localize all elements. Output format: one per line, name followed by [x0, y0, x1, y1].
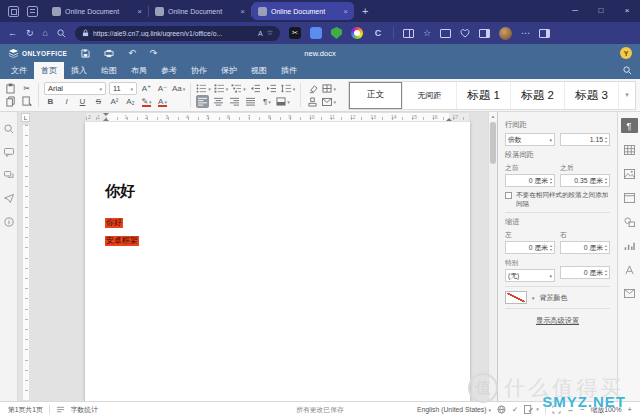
- read-aloud-icon[interactable]: A: [258, 30, 263, 37]
- align-right-button[interactable]: [228, 95, 241, 108]
- decrease-indent-icon[interactable]: [249, 82, 262, 95]
- back-icon[interactable]: ←: [8, 29, 17, 38]
- user-avatar[interactable]: Y: [620, 47, 632, 59]
- search-icon[interactable]: [57, 29, 66, 38]
- tab-file[interactable]: 文件: [4, 62, 34, 79]
- change-case-icon[interactable]: Aa: [172, 82, 185, 95]
- new-tab-button[interactable]: +: [362, 5, 368, 17]
- spacing-after-spinner[interactable]: 0.35 厘米: [560, 174, 610, 187]
- header-footer-settings-icon[interactable]: [621, 190, 638, 205]
- vertical-ruler[interactable]: [22, 124, 30, 401]
- tab-view[interactable]: 视图: [244, 62, 274, 79]
- doc-language-globe-icon[interactable]: [497, 405, 506, 414]
- shape-settings-icon[interactable]: [621, 214, 638, 229]
- align-center-button[interactable]: [212, 95, 225, 108]
- copilot-panel-icon[interactable]: [539, 29, 550, 38]
- profile-avatar[interactable]: [499, 27, 512, 40]
- highlight-color-icon[interactable]: ✎: [140, 95, 153, 108]
- font-color-icon[interactable]: A: [156, 95, 169, 108]
- format-stamp-icon[interactable]: [306, 95, 319, 108]
- tab-references[interactable]: 参考: [154, 62, 184, 79]
- zoom-out-icon[interactable]: −: [580, 406, 584, 414]
- image-settings-icon[interactable]: [621, 166, 638, 181]
- line-spacing-icon[interactable]: [281, 82, 296, 95]
- paragraph-settings-icon[interactable]: ¶: [621, 118, 638, 133]
- minimize-button[interactable]: ─: [562, 0, 588, 22]
- align-left-button[interactable]: [196, 95, 209, 108]
- page-count[interactable]: 第1页共1页: [8, 405, 43, 415]
- italic-button[interactable]: I: [60, 95, 73, 108]
- settings-more-icon[interactable]: ⋯: [521, 29, 530, 38]
- zoom-level[interactable]: 缩放100%: [591, 405, 622, 415]
- favorites-icon[interactable]: ☆: [423, 29, 431, 38]
- right-indent-marker[interactable]: [446, 115, 452, 121]
- tab-plugins[interactable]: 插件: [274, 62, 304, 79]
- textart-settings-icon[interactable]: [621, 262, 638, 277]
- find-icon[interactable]: [4, 124, 14, 134]
- tab-home[interactable]: 首页: [34, 62, 64, 79]
- about-icon[interactable]: [4, 217, 14, 227]
- table-settings-icon[interactable]: [621, 142, 638, 157]
- tab-close-icon[interactable]: ×: [137, 7, 142, 16]
- subscript-button[interactable]: A₂: [124, 95, 137, 108]
- fit-width-icon[interactable]: ↔: [567, 406, 575, 414]
- vertical-scrollbar[interactable]: ▴: [488, 112, 497, 401]
- ribbon-search-icon[interactable]: [623, 66, 632, 75]
- doc-heading-text[interactable]: 你好: [105, 182, 135, 201]
- same-style-checkbox-row[interactable]: 不要在相同样式的段落之间添加间隔: [505, 191, 610, 208]
- browser-essentials-icon[interactable]: [460, 29, 470, 38]
- scrollbar-thumb[interactable]: [490, 122, 496, 164]
- increase-indent-icon[interactable]: [265, 82, 278, 95]
- copy-style-icon[interactable]: [20, 95, 33, 108]
- bullets-icon[interactable]: [196, 82, 211, 95]
- mail-merge-icon[interactable]: [322, 95, 336, 108]
- bold-button[interactable]: B: [44, 95, 57, 108]
- decrease-font-icon[interactable]: A⁻: [156, 82, 169, 95]
- style-heading-2[interactable]: 标题 2: [511, 82, 565, 109]
- chart-settings-icon[interactable]: [621, 238, 638, 253]
- collections-icon[interactable]: [440, 29, 451, 38]
- extension-shield-icon[interactable]: [331, 27, 342, 39]
- document-page[interactable]: 你好 你好 安卓框架: [85, 122, 470, 401]
- home-icon[interactable]: ⌂: [43, 29, 48, 38]
- tab-protection[interactable]: 保护: [214, 62, 244, 79]
- special-select[interactable]: (无): [505, 269, 555, 282]
- sidebar-toggle-icon[interactable]: [479, 29, 490, 38]
- font-size-select[interactable]: 11: [109, 82, 137, 95]
- address-bar[interactable]: https://ale9.cn7.ug.link/ugreen/v1/offic…: [75, 26, 280, 41]
- workspaces-icon[interactable]: [8, 6, 19, 17]
- redo-icon[interactable]: ↷: [150, 49, 158, 58]
- style-normal[interactable]: 正文: [349, 82, 403, 109]
- tab-layout[interactable]: 布局: [124, 62, 154, 79]
- word-count-label[interactable]: 字数统计: [71, 405, 98, 415]
- tab-actions-icon[interactable]: [27, 6, 38, 17]
- advanced-settings-link[interactable]: 显示高级设置: [505, 316, 610, 326]
- tab-draw[interactable]: 绘图: [94, 62, 124, 79]
- style-heading-3[interactable]: 标题 3: [565, 82, 619, 109]
- cut-icon[interactable]: ✂: [20, 82, 33, 95]
- increase-font-icon[interactable]: A⁺: [140, 82, 153, 95]
- superscript-button[interactable]: A²: [108, 95, 121, 108]
- extension-translate-icon[interactable]: [310, 27, 322, 39]
- spellcheck-icon[interactable]: ✓: [512, 406, 518, 414]
- shading-icon[interactable]: [276, 95, 290, 108]
- align-justify-button[interactable]: [244, 95, 257, 108]
- browser-tab-2[interactable]: Online Document ×: [149, 2, 251, 20]
- background-color-dropdown-icon[interactable]: [532, 295, 535, 301]
- style-heading-1[interactable]: 标题 1: [457, 82, 511, 109]
- style-no-spacing[interactable]: 无间距: [403, 82, 457, 109]
- spacing-before-spinner[interactable]: 0 厘米: [505, 174, 555, 187]
- doc-highlighted-text-1[interactable]: 你好: [105, 218, 123, 228]
- feedback-icon[interactable]: [4, 194, 14, 203]
- indent-left-spinner[interactable]: 0 厘米: [505, 241, 555, 254]
- browser-tab-1[interactable]: Online Document ×: [46, 2, 148, 20]
- tab-collaboration[interactable]: 协作: [184, 62, 214, 79]
- extension-crescent-icon[interactable]: C: [372, 27, 384, 39]
- signature-settings-icon[interactable]: [621, 286, 638, 301]
- line-spacing-value-spinner[interactable]: 1.15: [560, 133, 610, 146]
- track-changes-icon[interactable]: [524, 405, 538, 414]
- scroll-up-icon[interactable]: ▴: [489, 112, 497, 121]
- tab-insert[interactable]: 插入: [64, 62, 94, 79]
- style-gallery-expand-icon[interactable]: ▾: [619, 91, 635, 99]
- special-by-spinner[interactable]: 0 厘米: [560, 266, 610, 279]
